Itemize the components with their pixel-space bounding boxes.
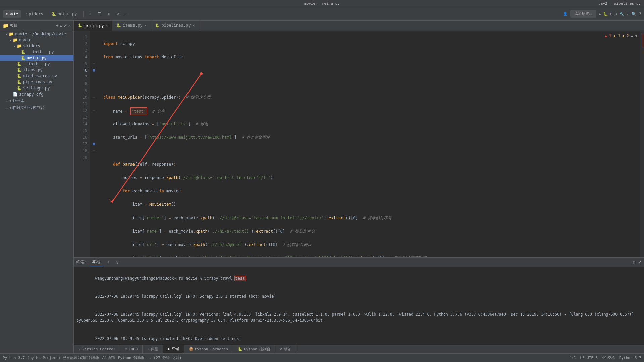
tab-pipelinespy[interactable]: 🐍 pipelines.py ✕ <box>151 21 199 31</box>
sidebar-action-add[interactable]: + <box>56 23 58 28</box>
tree-item-middlewarespy[interactable]: ▸ 🐍 middlewares.py <box>0 73 73 79</box>
code-line-13: item = MovieItem() <box>103 201 640 208</box>
coverage-btn[interactable]: ⊘ <box>615 12 617 16</box>
status-line-col[interactable]: 4:1 <box>569 355 576 360</box>
line-num-16: 16 <box>74 134 87 141</box>
profile-btn[interactable]: ⊙ <box>610 12 612 16</box>
bottom-tab-terminal[interactable]: ▶ 终端 <box>163 345 184 354</box>
code-line-3 <box>103 67 640 74</box>
tree-item-tempfiles[interactable]: ▸ ⊙ 临时文件和控制台 <box>0 104 73 111</box>
toolbar-btn-structure[interactable]: ⊞ <box>86 11 94 17</box>
vcs-label: Version Control <box>82 347 115 351</box>
error-badge: ▲ 1 <box>605 34 611 38</box>
tab-itemspy[interactable]: 🐍 items.py ✕ <box>112 21 151 31</box>
add-config-button[interactable]: 添加配置... <box>570 10 596 18</box>
tree-label-extlibs: 外部库 <box>12 98 24 104</box>
sidebar-action-settings[interactable]: ⚙ <box>60 23 62 28</box>
code-line-11: movies = response.xpath('//ul[@class="to… <box>103 174 640 181</box>
status-encoding[interactable]: LF UTF-8 <box>580 355 598 360</box>
editor-tabs: 🐍 meiju.py ✕ 🐍 items.py ✕ 🐍 pipelines.py… <box>74 21 644 31</box>
tab-itemspy-close[interactable]: ✕ <box>145 24 147 27</box>
tree-item-scrapycfg[interactable]: ▸ 📄 scrapy.cfg <box>0 91 73 97</box>
terminal-log-1: 2022-07-06 18:29:45 [scrapy.utils.log] I… <box>95 294 276 299</box>
tree-item-init-movie[interactable]: ▸ 🐍 __init__.py <box>0 61 73 67</box>
bottom-tab-services[interactable]: ⚙ 服务 <box>275 345 296 354</box>
sidebar-action-expand[interactable]: ⤢ <box>64 23 67 28</box>
toolbar-tab-spiders[interactable]: spiders <box>23 10 47 18</box>
bottom-tab-problems[interactable]: ⚠ 问题 <box>143 345 163 354</box>
terminal-tab-dropdown[interactable]: ∨ <box>113 259 121 266</box>
status-python-info[interactable]: Python 3.7 (pythonProject) 已被配置为项目解释器 //… <box>3 355 182 360</box>
python-console-icon: 🐍 <box>238 347 243 351</box>
code-content[interactable]: import scrapy from movie.items import Mo… <box>98 31 640 257</box>
tree-item-spiders[interactable]: ▾ 📁 spiders <box>0 43 73 49</box>
terminal-settings-btn[interactable]: ⚙ <box>633 260 635 265</box>
bottom-tab-todo[interactable]: ☑ TODO <box>120 345 143 354</box>
tree-item-extlibs[interactable]: ▸ ⊙ 外部库 <box>0 97 73 104</box>
line-num-10: 10 <box>74 94 87 101</box>
terminal-expand-btn[interactable]: ⤢ <box>638 260 641 265</box>
tree-label-init-spiders: __init__.py <box>27 50 54 54</box>
code-line-1: import scrapy <box>103 40 640 47</box>
gutter-9 <box>90 87 98 94</box>
line-num-17: 17 <box>74 141 87 147</box>
sidebar-header: 📁 项目 + ⚙ ⤢ ✕ <box>0 21 73 31</box>
status-python-version[interactable]: Python 3.7 <box>619 355 641 360</box>
toolbar-btn-sort[interactable]: ↕ <box>105 11 113 17</box>
tools-btn[interactable]: 🔧 <box>619 12 624 16</box>
debug-btn[interactable]: 🐛 <box>603 12 608 16</box>
tree-item-pipelinespy[interactable]: ▸ 🐍 pipelines.py <box>0 79 73 85</box>
fold-arrow-12[interactable]: ▾ <box>93 109 95 112</box>
fold-arrow-18[interactable]: ▾ <box>93 149 95 153</box>
warning-badge-2: ▲ 2 <box>622 34 629 38</box>
fold-arrow-10[interactable]: ▾ <box>93 96 95 99</box>
services-label: 服务 <box>284 347 291 352</box>
nav-up-btn[interactable]: ▲ <box>631 34 633 38</box>
tab-meijupy[interactable]: 🐍 meiju.py ✕ <box>74 21 112 31</box>
gutter-6 <box>90 67 98 74</box>
terminal-label: 终端 <box>172 346 179 351</box>
line-num-18: 18 <box>74 147 87 154</box>
tree-item-itemspy[interactable]: ▸ 🐍 items.py <box>0 67 73 73</box>
terminal-content[interactable]: wangyunchang@wangyunchangdeMacBook-Pro m… <box>74 267 644 345</box>
editor-scrollbar[interactable] <box>640 31 644 257</box>
bottom-tabs: ⑂ Version Control ☑ TODO ⚠ 问题 ▶ 终端 📦 Pyt… <box>74 345 644 353</box>
toolbar-btn-minus[interactable]: − <box>123 11 130 17</box>
toolbar-btn-settings[interactable]: ⚙ <box>114 11 122 17</box>
vcs-btn[interactable]: ⑂ <box>626 12 629 16</box>
status-bar: Python 3.7 (pythonProject) 已被配置为项目解释器 //… <box>0 353 644 362</box>
fold-arrow-5[interactable]: ▾ <box>93 62 95 65</box>
bottom-tab-vcs[interactable]: ⑂ Version Control <box>74 345 120 354</box>
terminal-tab-add[interactable]: + <box>104 259 112 266</box>
tab-pipelinespy-icon: 🐍 <box>155 23 160 28</box>
terminal-tab-local[interactable]: 本地 <box>90 258 103 266</box>
tree-item-root[interactable]: ▾ 📁 movie ~/Desktop/movie <box>0 31 73 37</box>
encoding-value: LF UTF-8 <box>580 356 598 360</box>
line-numbers: 1 2 3 4 5 6 7 8 9 10 11 12 13 14 15 16 1… <box>74 31 90 257</box>
breakpoint-17[interactable] <box>93 143 95 145</box>
line-num-6: 6 <box>74 67 87 74</box>
gutter-13 <box>90 114 98 121</box>
sidebar-action-close[interactable]: ✕ <box>68 23 71 28</box>
search-icon[interactable]: 🔍 <box>631 12 636 16</box>
bottom-tab-python-packages[interactable]: 📦 Python Packages <box>184 345 233 354</box>
tree-item-settingspy[interactable]: ▸ 🐍 settings.py <box>0 85 73 91</box>
breakpoint-6[interactable] <box>93 69 95 72</box>
todo-icon: ☑ <box>125 347 127 351</box>
toolbar-tab-movie[interactable]: movie <box>3 10 21 18</box>
status-indent[interactable]: 4个空格 <box>602 355 615 360</box>
tree-label-itemspy: items.py <box>23 68 43 72</box>
terminal-tabs: 终端: 本地 + ∨ ⚙ ⤢ <box>74 258 644 267</box>
toolbar-tab-meijupy[interactable]: 🐍meiju.py <box>48 10 80 18</box>
bottom-tab-python-console[interactable]: 🐍 Python 控制台 <box>233 345 275 354</box>
tree-item-meijupy[interactable]: ▸ 🐍 meiju.py <box>0 55 73 61</box>
tab-pipelinespy-close[interactable]: ✕ <box>193 24 195 27</box>
tree-item-init-spiders[interactable]: ▸ 🐍 __init__.py <box>0 49 73 55</box>
tree-item-movie[interactable]: ▾ 📁 movie <box>0 37 73 43</box>
tab-meijupy-close[interactable]: ✕ <box>106 24 108 27</box>
run-btn[interactable]: ▶ <box>599 12 601 16</box>
help-icon[interactable]: ? <box>639 12 641 16</box>
toolbar-btn-list[interactable]: ☰ <box>95 11 104 17</box>
nav-down-btn[interactable]: ▼ <box>635 34 637 38</box>
line-num-7: 7 <box>74 74 87 80</box>
